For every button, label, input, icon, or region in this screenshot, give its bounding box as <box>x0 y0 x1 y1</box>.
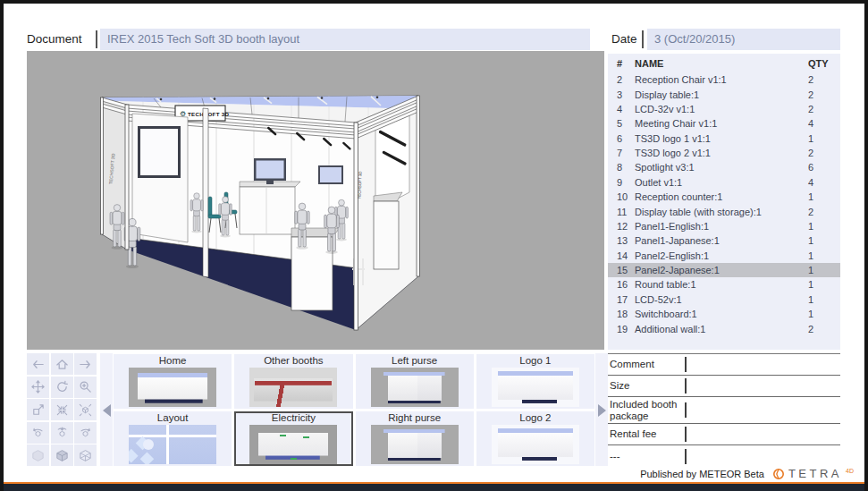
window-bottom-frame <box>4 482 864 491</box>
date-field[interactable]: 3 (Oct/20/2015) <box>647 29 840 50</box>
view-thumbnail-home[interactable]: Home <box>114 354 232 409</box>
chevron-left-icon <box>103 404 111 417</box>
parts-table-body: 2Reception Chair v1:123Display table:124… <box>608 72 840 336</box>
detail-separator <box>685 357 687 372</box>
back-arrow-icon <box>30 357 46 372</box>
table-row[interactable]: 2Reception Chair v1:12 <box>608 72 840 87</box>
table-header-row: # NAME QTY <box>608 54 840 72</box>
thumbnail-grid: HomeOther boothsLeft purseLogo 1LayoutEl… <box>113 353 595 467</box>
thumbnail-image <box>492 368 579 407</box>
table-row[interactable]: 10Reception counter:11 <box>608 190 840 204</box>
brand-name: TETRA <box>788 468 842 480</box>
tetra4d-logo: TETRA 4D <box>772 468 854 480</box>
resize-button[interactable] <box>27 399 49 420</box>
table-row[interactable]: 14Panel2-English:11 <box>608 249 840 263</box>
detail-separator <box>685 378 687 394</box>
thumbnail-label: Right purse <box>356 412 474 424</box>
thumbnail-image <box>129 425 216 464</box>
tetra-swirl-icon <box>772 468 785 480</box>
document-title-field[interactable]: IREX 2015 Tech Soft 3D booth layout <box>100 29 590 50</box>
turntable-front-icon <box>55 425 70 440</box>
wireframe-cube-button[interactable] <box>74 444 97 466</box>
view-toolbar <box>27 353 98 467</box>
table-row[interactable]: 19Additional wall:12 <box>608 321 840 335</box>
table-row[interactable]: 13Panel1-Japanese:11 <box>608 233 840 248</box>
thumbnail-label: Home <box>114 355 232 367</box>
forward-arrow-button[interactable] <box>74 353 97 375</box>
home-icon <box>55 357 70 372</box>
turntable-left-icon <box>30 425 46 440</box>
view-thumbnail-strip: HomeOther boothsLeft purseLogo 1LayoutEl… <box>100 353 608 467</box>
thumbnail-label: Electricity <box>234 412 352 424</box>
detail-separator <box>685 427 687 442</box>
turntable-left-button[interactable] <box>27 422 49 444</box>
detail-row-: --- <box>608 445 840 467</box>
table-row[interactable]: 15Panel2-Japanese:11 <box>608 263 840 277</box>
table-row[interactable]: 11Display table (with storage):12 <box>608 204 840 218</box>
forward-arrow-icon <box>78 357 93 372</box>
turntable-front-button[interactable] <box>51 422 73 444</box>
zoom-icon <box>78 379 93 394</box>
shaded-cube-button[interactable] <box>51 444 73 466</box>
thumbnail-label: Other booths <box>234 355 352 367</box>
detail-label: Included booth package <box>608 399 685 421</box>
published-by-text: Published by METEOR Beta <box>640 469 764 479</box>
home-button[interactable] <box>51 353 73 375</box>
thumbnails-next-button[interactable] <box>595 353 608 467</box>
thumbnail-label: Layout <box>114 412 232 424</box>
view-thumbnail-logo-2[interactable]: Logo 2 <box>476 411 594 466</box>
view-thumbnail-right-purse[interactable]: Right purse <box>356 411 474 466</box>
thumbnail-image <box>249 368 337 407</box>
detail-row-comment: Comment <box>608 354 840 376</box>
view-thumbnail-other-booths[interactable]: Other booths <box>234 354 352 409</box>
chevron-right-icon <box>598 404 606 417</box>
app-window: Document IREX 2015 Tech Soft 3D booth la… <box>0 0 868 491</box>
pan-icon <box>30 379 46 394</box>
table-row[interactable]: 12Panel1-English:11 <box>608 219 840 233</box>
table-row[interactable]: 17LCD-52v:11 <box>608 292 840 307</box>
table-row[interactable]: 16Round table:11 <box>608 277 840 292</box>
table-row[interactable]: 6TS3D logo 1 v1:11 <box>608 131 840 146</box>
turntable-right-button[interactable] <box>74 422 97 444</box>
detail-label: Size <box>608 380 685 392</box>
table-row[interactable]: 8Spotlight v3:16 <box>608 160 840 174</box>
zoom-fit-button[interactable] <box>51 399 73 420</box>
thumbnail-image <box>371 425 459 464</box>
pan-button[interactable] <box>27 377 49 398</box>
view-thumbnail-electricity[interactable]: Electricity <box>234 411 352 466</box>
thumbnail-image <box>492 425 579 464</box>
table-row[interactable]: 18Switchboard:11 <box>608 307 840 321</box>
zoom-button[interactable] <box>74 377 97 398</box>
orbit-rotate-icon <box>55 379 70 394</box>
thumbnail-label: Logo 1 <box>476 355 594 367</box>
back-arrow-button[interactable] <box>27 353 49 375</box>
details-panel: CommentSizeIncluded booth packageRental … <box>608 353 840 467</box>
thumbnail-image <box>129 368 216 407</box>
brand-superscript: 4D <box>846 468 854 475</box>
solid-cube-button[interactable] <box>27 444 49 466</box>
table-row[interactable]: 3Display table:12 <box>608 87 840 101</box>
thumbnail-label: Left purse <box>356 355 474 367</box>
thumbnail-label: Logo 2 <box>476 412 594 424</box>
booth-3d-view[interactable]: TECHSOFT 3D <box>27 51 604 350</box>
detail-separator <box>685 449 687 464</box>
view-thumbnail-layout[interactable]: Layout <box>114 411 232 466</box>
col-header-name: NAME <box>635 54 808 72</box>
table-row[interactable]: 9Outlet v1:14 <box>608 175 840 190</box>
view-thumbnail-logo-1[interactable]: Logo 1 <box>476 354 594 409</box>
thumbnail-image <box>371 368 459 407</box>
expand-cube-icon <box>78 402 93 418</box>
footer-bar: Published by METEOR Beta TETRA 4D <box>4 466 864 482</box>
orbit-rotate-button[interactable] <box>51 377 73 398</box>
expand-cube-button[interactable] <box>74 399 97 420</box>
detail-row-included-booth-package: Included booth package <box>608 397 840 424</box>
table-row[interactable]: 4LCD-32v v1:12 <box>608 102 840 116</box>
shaded-cube-icon <box>55 448 70 463</box>
document-separator <box>96 30 97 48</box>
table-row[interactable]: 5Meeting Chair v1:14 <box>608 116 840 131</box>
table-row[interactable]: 7TS3D logo 2 v1:12 <box>608 146 840 160</box>
thumbnails-prev-button[interactable] <box>100 353 113 467</box>
view-thumbnail-left-purse[interactable]: Left purse <box>356 354 474 409</box>
detail-label: Comment <box>608 359 685 370</box>
parts-list-panel: # NAME QTY 2Reception Chair v1:123Displa… <box>608 54 840 350</box>
